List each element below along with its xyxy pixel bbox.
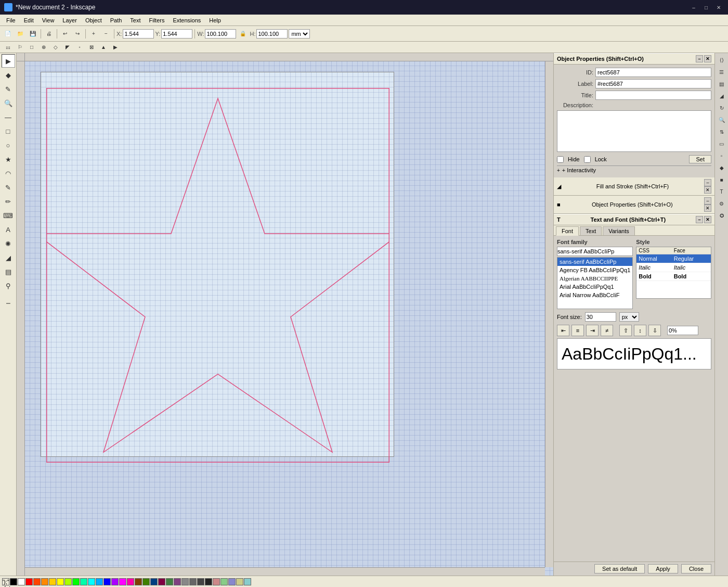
snap-btn-9[interactable]: ▲: [98, 42, 109, 53]
dropper-tool[interactable]: ⚲: [2, 279, 15, 292]
height-input[interactable]: [256, 29, 288, 39]
align-btn[interactable]: ▭: [716, 138, 727, 149]
menu-layer[interactable]: Layer: [58, 16, 81, 24]
apply-button[interactable]: Apply: [648, 564, 678, 573]
redo-button[interactable]: ↪: [72, 28, 83, 40]
text-font-header[interactable]: T Text and Font (Shift+Ctrl+T) – ✕: [554, 214, 714, 225]
color-12[interactable]: [103, 578, 111, 585]
lock-ratio-button[interactable]: 🔒: [237, 28, 249, 40]
zoom-in-button[interactable]: +: [88, 28, 99, 40]
tweak-tool[interactable]: ✎: [2, 82, 15, 96]
text-font-btn[interactable]: T: [716, 186, 727, 197]
fill-stroke-panel[interactable]: ◢ Fill and Stroke (Shift+Ctrl+F) – ✕: [554, 177, 714, 196]
canvas-viewport[interactable]: [25, 61, 553, 576]
print-button[interactable]: 🖨: [43, 28, 55, 40]
obj-props-btn[interactable]: ▤: [716, 78, 727, 90]
spray-config-btn[interactable]: ✪: [716, 210, 727, 221]
undo-hist-btn[interactable]: ↻: [716, 102, 727, 113]
snap-btn-8[interactable]: ⊠: [86, 42, 97, 53]
pen-tool[interactable]: ✏: [2, 195, 15, 208]
color-18[interactable]: [150, 578, 158, 585]
color-23[interactable]: [189, 578, 197, 585]
measure-tool[interactable]: —: [2, 110, 15, 124]
menu-file[interactable]: File: [2, 16, 20, 24]
layers-btn[interactable]: ☰: [716, 66, 727, 78]
color-11[interactable]: [96, 578, 103, 585]
style-row-normal[interactable]: Normal Regular: [636, 254, 711, 263]
menu-help[interactable]: Help: [205, 16, 225, 24]
calligraphy-tool[interactable]: ⌨: [2, 209, 15, 222]
canvas-inner[interactable]: [25, 61, 553, 576]
object-properties-header[interactable]: Object Properties (Shift+Ctrl+O) – ✕: [554, 53, 714, 65]
select-tool[interactable]: ▶: [2, 54, 15, 68]
color-20[interactable]: [166, 578, 173, 585]
color-21[interactable]: [174, 578, 181, 585]
panel-close-btn[interactable]: ✕: [704, 55, 711, 62]
menu-view[interactable]: View: [38, 16, 59, 24]
connector-tool[interactable]: ⎯: [2, 293, 15, 307]
zoom-tool[interactable]: 🔍: [2, 96, 15, 110]
tab-text[interactable]: Text: [580, 226, 602, 235]
color-16[interactable]: [135, 578, 142, 585]
tab-font[interactable]: Font: [556, 226, 579, 236]
interactivity-row[interactable]: + + Interactivity: [557, 165, 711, 174]
snap-btn-3[interactable]: □: [26, 42, 37, 53]
filter-effects-btn[interactable]: ⚙: [716, 198, 727, 209]
color-27[interactable]: [220, 578, 228, 585]
color-24[interactable]: [197, 578, 204, 585]
snap-btn-5[interactable]: ◇: [50, 42, 61, 53]
description-textarea[interactable]: [557, 110, 711, 152]
spacing-input[interactable]: [667, 326, 698, 335]
color-26[interactable]: [213, 578, 220, 585]
close-button[interactable]: Close: [681, 564, 711, 573]
hide-checkbox[interactable]: [557, 156, 564, 163]
menu-extensions[interactable]: Extensions: [168, 16, 205, 24]
color-30[interactable]: [244, 578, 251, 585]
snap-btn-10[interactable]: ▶: [110, 42, 121, 53]
font-family-list[interactable]: sans-serif AaBbCcIiPp Agency FB AaBbCcIi…: [557, 257, 633, 309]
fill-stroke-close-btn[interactable]: ✕: [704, 186, 711, 194]
canvas-area[interactable]: [17, 53, 553, 576]
font-family-search[interactable]: [557, 247, 633, 256]
color-10[interactable]: [88, 578, 95, 585]
spiral-tool[interactable]: ◠: [2, 167, 15, 180]
text-font-close-btn[interactable]: ✕: [704, 216, 711, 223]
menu-path[interactable]: Path: [106, 16, 126, 24]
object-props2-panel[interactable]: ■ Object Properties (Shift+Ctrl+O) – ✕: [554, 196, 714, 214]
snap-btn-1[interactable]: ⚏: [2, 42, 14, 53]
snap-btn-4[interactable]: ⊕: [38, 42, 49, 53]
star-tool[interactable]: ★: [2, 152, 15, 166]
style-row-italic[interactable]: Italic Italic: [636, 263, 711, 272]
color-8[interactable]: [72, 578, 80, 585]
panel-minimize-btn[interactable]: –: [696, 55, 703, 62]
transform-btn[interactable]: ⇅: [716, 126, 727, 137]
align-top-btn[interactable]: ⇧: [619, 325, 632, 336]
vertical-scrollbar[interactable]: [545, 61, 553, 567]
fill-stroke-min-btn[interactable]: –: [704, 179, 711, 186]
save-button[interactable]: 💾: [27, 28, 38, 40]
coord-x-input[interactable]: [123, 29, 154, 39]
color-9[interactable]: [80, 578, 87, 585]
width-input[interactable]: [205, 29, 236, 39]
color-0[interactable]: [10, 578, 17, 585]
align-bottom-btn[interactable]: ⇩: [648, 325, 661, 336]
align-mid-btn[interactable]: ↕: [634, 325, 646, 336]
font-list-item-0[interactable]: sans-serif AaBbCcIiPp: [557, 258, 632, 266]
color-14[interactable]: [119, 578, 126, 585]
color-7[interactable]: [64, 578, 72, 585]
pencil-tool[interactable]: ✎: [2, 181, 15, 194]
color-5[interactable]: [49, 578, 56, 585]
tile-clones-btn[interactable]: ■: [716, 174, 727, 185]
title-input[interactable]: [595, 91, 711, 100]
color-22[interactable]: [181, 578, 189, 585]
snap-btn-7[interactable]: ◦: [74, 42, 85, 53]
color-17[interactable]: [142, 578, 150, 585]
text-tool[interactable]: A: [2, 223, 15, 236]
node-tool[interactable]: ◆: [2, 68, 15, 82]
font-size-input[interactable]: [585, 312, 616, 322]
obj-props2-min-btn[interactable]: –: [704, 197, 711, 205]
label-input[interactable]: [595, 79, 711, 88]
snap-btn-6[interactable]: ◤: [62, 42, 73, 53]
align-right-btn[interactable]: ⇥: [586, 325, 599, 336]
font-size-unit[interactable]: px pt em: [619, 312, 639, 322]
